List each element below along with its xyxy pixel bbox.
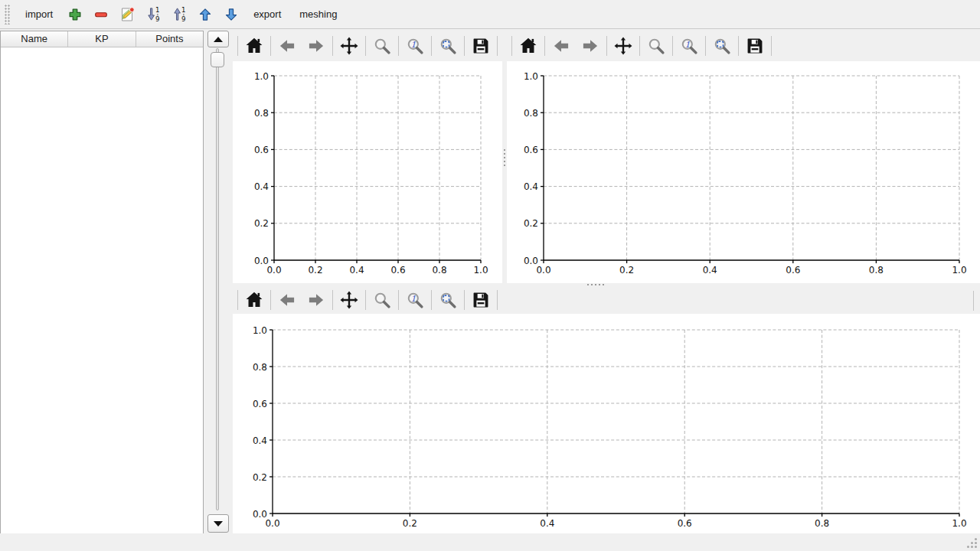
- toolbar-separator: [464, 36, 465, 56]
- move-down-button[interactable]: [221, 5, 241, 24]
- toolbar-separator: [497, 290, 498, 310]
- toolbar-separator: [332, 290, 333, 310]
- zoom-rect-icon: [438, 36, 458, 56]
- add-button[interactable]: [65, 5, 85, 24]
- svg-text:0.6: 0.6: [253, 399, 267, 409]
- remove-button[interactable]: [91, 5, 111, 24]
- svg-text:1.0: 1.0: [473, 265, 488, 276]
- svg-text:0.4: 0.4: [349, 265, 364, 276]
- features-table: Name KP Points: [0, 31, 204, 533]
- plus-icon: [67, 7, 83, 22]
- application-window: import1919exportmeshing Name KP Points 1…: [0, 0, 980, 551]
- svg-text:0.4: 0.4: [540, 518, 554, 529]
- main-toolbar-items: import1919exportmeshing: [16, 0, 346, 28]
- home-button[interactable]: [242, 289, 266, 311]
- svg-text:1: 1: [181, 6, 185, 14]
- forward-button[interactable]: [304, 289, 328, 311]
- forward-button[interactable]: [304, 34, 328, 57]
- svg-text:0.8: 0.8: [432, 265, 446, 276]
- import-button-label: import: [25, 8, 53, 20]
- toolbar-separator: [639, 36, 640, 56]
- sort-descending-button[interactable]: 19: [143, 5, 163, 24]
- move-up-button[interactable]: [195, 5, 215, 24]
- svg-text:0.6: 0.6: [524, 145, 538, 155]
- toolbar-separator: [237, 36, 238, 56]
- svg-text:0.4: 0.4: [703, 265, 717, 276]
- svg-text:1: 1: [684, 40, 690, 50]
- svg-text:0.4: 0.4: [524, 181, 538, 192]
- home-icon: [244, 290, 264, 310]
- svg-text:0.4: 0.4: [253, 435, 267, 446]
- svg-text:1: 1: [410, 294, 416, 304]
- svg-text:0.2: 0.2: [619, 265, 634, 276]
- plot-pane-top-right: 1 0.00.20.40.60.81.00.00.20.40.60.81.0: [507, 31, 980, 283]
- zoom-rect-button[interactable]: [710, 34, 734, 57]
- scrollbar-track[interactable]: [216, 48, 219, 510]
- arrow-down-icon: [224, 7, 239, 22]
- home-button[interactable]: [242, 34, 266, 57]
- plot-canvas-bottom[interactable]: 0.00.20.40.60.81.00.00.20.40.60.81.0: [233, 314, 980, 533]
- scroll-up-button[interactable]: [207, 31, 229, 47]
- edit-button[interactable]: [117, 5, 137, 24]
- scrollbar-handle[interactable]: [211, 52, 224, 67]
- back-icon: [277, 36, 297, 56]
- pan-button[interactable]: [337, 289, 361, 311]
- toolbar-separator: [332, 36, 333, 56]
- column-header-name[interactable]: Name: [1, 31, 68, 47]
- plot-canvas-top-right[interactable]: 0.00.20.40.60.81.00.00.20.40.60.81.0: [507, 61, 980, 283]
- save-button[interactable]: [469, 34, 493, 57]
- export-button[interactable]: export: [247, 5, 288, 23]
- back-button[interactable]: [549, 34, 573, 57]
- zoom-button[interactable]: [644, 34, 668, 57]
- export-button-label: export: [253, 8, 281, 20]
- toolbar-separator: [398, 36, 399, 56]
- home-button[interactable]: [516, 34, 541, 57]
- svg-text:0.6: 0.6: [254, 145, 269, 155]
- zoom-original-button[interactable]: 1: [403, 34, 427, 57]
- import-button[interactable]: import: [18, 5, 60, 23]
- toolbar-separator: [497, 36, 498, 56]
- svg-text:0.8: 0.8: [815, 518, 829, 529]
- meshing-button[interactable]: meshing: [292, 5, 344, 23]
- plot-top-right: 0.00.20.40.60.81.00.00.20.40.60.81.0: [507, 61, 980, 283]
- plot-top-left: 0.00.20.40.60.81.00.00.20.40.60.81.0: [233, 61, 502, 283]
- column-header-points[interactable]: Points: [136, 31, 203, 47]
- forward-button[interactable]: [578, 34, 603, 57]
- toolbar-separator: [771, 36, 772, 56]
- meshing-button-label: meshing: [299, 8, 337, 20]
- zoom-original-icon: 1: [405, 36, 425, 56]
- back-button[interactable]: [275, 34, 299, 57]
- sort-ascending-button[interactable]: 19: [169, 5, 189, 24]
- pan-button[interactable]: [611, 34, 635, 57]
- save-button[interactable]: [743, 34, 767, 57]
- svg-text:0.2: 0.2: [254, 218, 269, 229]
- scroll-down-button[interactable]: [207, 514, 229, 533]
- pan-icon: [339, 290, 359, 310]
- arrow-up-icon: [198, 7, 213, 22]
- svg-text:0.2: 0.2: [524, 218, 538, 229]
- zoom-original-button[interactable]: 1: [403, 289, 427, 311]
- status-bar: [0, 534, 980, 551]
- zoom-rect-button[interactable]: [436, 34, 460, 57]
- plot-canvas-top-left[interactable]: 0.00.20.40.60.81.00.00.20.40.60.81.0: [233, 61, 502, 283]
- zoom-rect-icon: [438, 290, 458, 310]
- save-icon: [745, 36, 765, 56]
- toolbar-separator: [464, 290, 465, 310]
- toolbar-separator: [705, 36, 706, 56]
- splitter-handle-dots: [503, 148, 506, 167]
- zoom-button[interactable]: [370, 34, 394, 57]
- axes: 0.00.20.40.60.81.00.00.20.40.60.81.0: [253, 325, 967, 530]
- zoom-original-button[interactable]: 1: [677, 34, 701, 57]
- svg-text:0.6: 0.6: [390, 265, 405, 276]
- pan-button[interactable]: [337, 34, 361, 57]
- zoom-rect-button[interactable]: [436, 289, 460, 311]
- column-header-kp[interactable]: KP: [68, 31, 136, 47]
- svg-text:0.0: 0.0: [265, 518, 279, 529]
- save-button[interactable]: [469, 289, 493, 311]
- back-button[interactable]: [275, 289, 299, 311]
- forward-icon: [306, 290, 326, 310]
- size-grip[interactable]: [967, 538, 977, 548]
- zoom-button[interactable]: [370, 289, 394, 311]
- zoom-icon: [646, 36, 666, 56]
- toolbar-grip[interactable]: [5, 5, 11, 24]
